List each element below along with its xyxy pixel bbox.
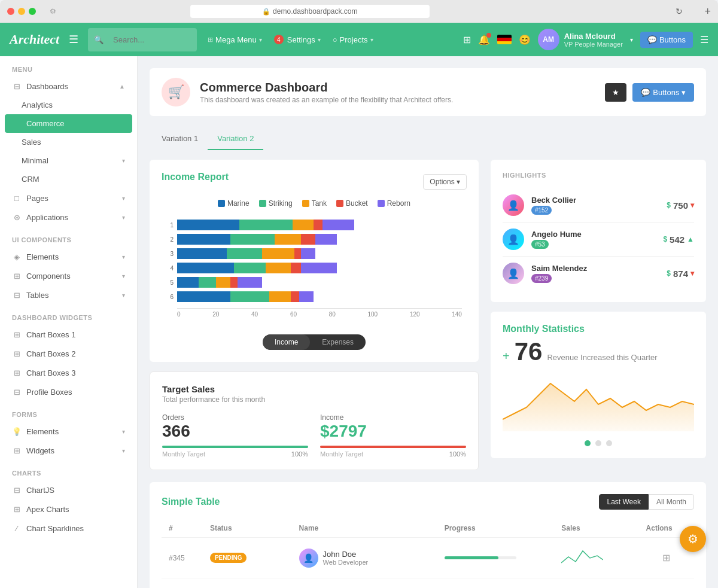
dot-close[interactable] [7,8,14,15]
user-cell-name: John Doe [323,550,369,559]
user-avatar-cell: 👤 [299,549,318,568]
nav-buttons-label: Buttons [659,35,686,44]
emoji-icon[interactable]: 😊 [519,34,531,45]
sidebar-item-form-widgets[interactable]: ⊞ Widgets ▾ [0,441,137,460]
grid-view-icon[interactable]: ⊞ [463,34,471,45]
right-column: HIGHLIGHTS 👤 Beck Collier #152 $ 750 ▾ [491,160,706,470]
chevron-pages: ▾ [122,195,125,202]
toggle-expenses[interactable]: Expenses [310,334,366,350]
flag-icon[interactable] [497,35,512,44]
sparkline-svg [561,586,609,588]
user-menu[interactable]: AM Alina Mclourd VP People Manager ▾ [538,29,633,50]
sparkline-cell [561,545,609,571]
chart-boxes-3-label: Chart Boxes 3 [26,368,75,377]
hamburger-icon[interactable]: ☰ [700,34,708,45]
sidebar-item-dashboards[interactable]: ⊟ Dashboards ▲ [0,77,137,96]
highlight-badge-2: #239 [531,274,552,283]
gear-fab[interactable]: ⚙ [680,526,706,552]
sidebar-item-profile-boxes[interactable]: ⊟ Profile Boxes [0,382,137,401]
tab-variation-1[interactable]: Variation 1 [152,128,208,150]
projects-nav[interactable]: ○ Projects ▾ [327,32,379,48]
search-input[interactable] [107,32,191,48]
sidebar-item-crm[interactable]: CRM [0,170,137,188]
row-action-icon[interactable]: ⊞ [662,553,670,563]
legend-marine: Marine [218,199,250,208]
orders-bar-fill [162,446,308,448]
sidebar-item-components[interactable]: ⊞ Components ▾ [0,266,137,285]
buttons-button[interactable]: 💬 Buttons ▾ [632,83,694,102]
filter-all-month[interactable]: All Month [649,494,694,510]
chevron-icon: ▲ [119,83,125,90]
sidebar-item-tables[interactable]: ⊟ Tables ▾ [0,285,137,304]
user-cell: 👤 John Doe Web Developer [299,549,430,568]
cell-actions[interactable]: ⊞ [639,578,694,589]
sidebar-item-analytics[interactable]: Analytics [0,96,137,114]
chart-toggle: Income Expenses [263,334,366,350]
orders-bar-labels: Monthly Target 100% [162,450,308,458]
sidebar-item-chart-boxes-1[interactable]: ⊞ Chart Boxes 1 [0,325,137,344]
sidebar-item-chartjs[interactable]: ⊟ ChartJS [0,480,137,499]
income-metric: Income $2797 Monthly Target 100% [320,413,466,458]
form-widgets-icon: ⊞ [12,446,22,455]
browser-nav-icon: ⚙ [41,7,65,16]
sidebar-item-chart-boxes-2[interactable]: ⊞ Chart Boxes 2 [0,344,137,363]
user-name: Alina Mclourd [564,32,623,41]
chart-fill [503,383,694,431]
sidebar-item-applications[interactable]: ⊛ Applications ▾ [0,208,137,227]
browser-refresh-icon[interactable]: ↻ [676,7,683,16]
sidebar-item-minimal[interactable]: Minimal ▾ [0,151,137,170]
search-container: 🔍 [88,28,197,51]
sidebar-item-chart-boxes-3[interactable]: ⊞ Chart Boxes 3 [0,363,137,382]
orders-bar [162,446,308,448]
highlight-amount-2: $ 874 ▾ [667,269,694,279]
sidebar-item-sales[interactable]: Sales [0,133,137,151]
legend-striking: Striking [259,199,293,208]
main-content: 🛒 Commerce Dashboard This dashboard was … [138,56,718,588]
filter-last-week[interactable]: Last Week [599,494,648,510]
sidebar-item-form-elements[interactable]: 💡 Elements ▾ [0,422,137,441]
chart-sparklines-icon: ∕ [12,523,22,533]
chevron-elements: ▾ [122,254,125,260]
col-status: Status [203,519,292,538]
dot-maximize[interactable] [29,8,36,15]
bell-icon[interactable]: 🔔 [478,34,490,45]
chart-boxes-2-label: Chart Boxes 2 [26,349,75,358]
carousel-dot-2[interactable] [606,440,612,446]
settings-nav[interactable]: 4 Settings ▾ [268,31,327,48]
amount-value-2: 874 [673,269,688,279]
table-body: #345 PENDING 👤 John Doe Web Developer [162,538,694,589]
simple-table-card: Simple Table Last Week All Month # Statu… [150,482,706,588]
nav-buttons-btn[interactable]: 💬 Buttons [640,32,693,48]
crm-label: CRM [22,175,39,184]
ui-components-title: UI COMPONENTS [0,227,137,247]
left-column: Income Report Options ▾ Marine [150,160,479,470]
trend-icon-0: ▾ [690,201,694,209]
sparkline-svg [561,545,603,569]
browser-address-bar[interactable]: 🔒 demo.dashboardpack.com [190,5,430,18]
options-button[interactable]: Options ▾ [423,174,467,190]
mega-menu-nav[interactable]: ⊞ Mega Menu ▾ [202,32,268,48]
legend-dot-striking [259,200,266,207]
cell-name: 👤 Ruben Tillman Etiam sit amet orci eget [292,578,437,589]
sidebar-item-commerce[interactable]: Commerce [5,114,132,133]
star-button[interactable]: ★ [605,83,626,102]
toggle-income[interactable]: Income [263,334,310,350]
legend-label-reborn: Reborn [387,199,410,208]
progress-bar-cell [445,556,516,559]
sidebar-item-chart-sparklines[interactable]: ∕ Chart Sparklines [0,519,137,538]
page-tabs: Variation 1 Variation 2 [150,128,706,150]
tab-variation-2[interactable]: Variation 2 [208,128,263,150]
sidebar-item-pages[interactable]: □ Pages ▾ [0,188,137,208]
carousel-dot-1[interactable] [595,440,601,446]
sidebar-item-elements[interactable]: ◈ Elements ▾ [0,247,137,266]
navbar-menu-button[interactable]: ☰ [69,33,78,46]
carousel-dot-0[interactable] [585,440,591,446]
profile-boxes-icon: ⊟ [12,387,22,397]
chat-icon-btn: 💬 [641,88,650,97]
dot-minimize[interactable] [18,8,25,15]
navbar: Architect ☰ 🔍 ⊞ Mega Menu ▾ 4 Settings ▾… [0,23,718,56]
highlight-amount-0: $ 750 ▾ [667,200,694,211]
browser-add-tab[interactable]: + [704,5,711,18]
target-sales-subtitle: Total performance for this month [162,395,466,404]
sidebar-item-apex-charts[interactable]: ⊞ Apex Charts [0,499,137,519]
